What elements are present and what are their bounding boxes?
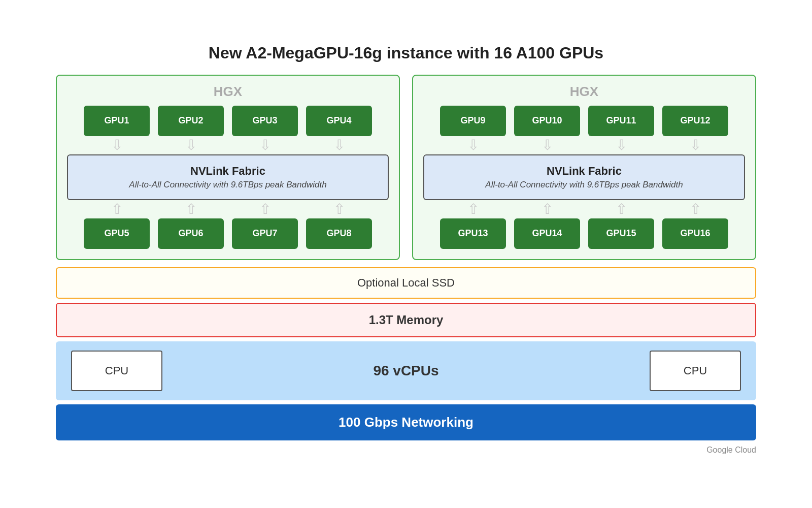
nvlink-right-title: NVLink Fabric	[429, 165, 739, 178]
arrows-down-right: ⇩ ⇩ ⇩ ⇩	[423, 136, 745, 154]
arrow-up-7: ⇧	[588, 201, 654, 217]
arrow-up-4: ⇧	[306, 201, 372, 217]
gpu2: GPU2	[158, 106, 224, 136]
nvlink-left-title: NVLink Fabric	[73, 165, 383, 178]
vcpu-label: 96 vCPUs	[162, 363, 650, 379]
hgx-right-box: HGX GPU9 GPU10 GPU11 GPU12 ⇩ ⇩ ⇩ ⇩ NVLin…	[412, 75, 756, 260]
arrows-up-left: ⇧ ⇧ ⇧ ⇧	[67, 200, 389, 218]
gpu-top-row-left: GPU1 GPU2 GPU3 GPU4	[67, 106, 389, 136]
ssd-row: Optional Local SSD	[56, 267, 756, 299]
hgx-right-label: HGX	[423, 84, 745, 100]
gpu-bottom-row-left: GPU5 GPU6 GPU7 GPU8	[67, 218, 389, 249]
arrow-down-7: ⇩	[588, 137, 654, 153]
gpu4: GPU4	[306, 106, 372, 136]
gpu12: GPU12	[662, 106, 728, 136]
nvlink-left-box: NVLink Fabric All-to-All Connectivity wi…	[67, 154, 389, 200]
gpu-bottom-row-right: GPU13 GPU14 GPU15 GPU16	[423, 218, 745, 249]
google-cloud-branding: Google Cloud	[56, 446, 756, 455]
arrow-up-1: ⇧	[84, 201, 150, 217]
networking-box: 100 Gbps Networking	[56, 404, 756, 440]
gpu7: GPU7	[232, 218, 298, 249]
arrows-up-right: ⇧ ⇧ ⇧ ⇧	[423, 200, 745, 218]
arrow-up-6: ⇧	[514, 201, 580, 217]
gpu13: GPU13	[440, 218, 506, 249]
arrow-up-5: ⇧	[440, 201, 506, 217]
nvlink-left-subtitle: All-to-All Connectivity with 9.6TBps pea…	[73, 180, 383, 190]
main-title: New A2-MegaGPU-16g instance with 16 A100…	[56, 44, 756, 62]
hgx-left-label: HGX	[67, 84, 389, 100]
nvlink-right-box: NVLink Fabric All-to-All Connectivity wi…	[423, 154, 745, 200]
cpu-right-chip: CPU	[650, 351, 741, 391]
arrow-down-8: ⇩	[662, 137, 728, 153]
arrow-up-3: ⇧	[232, 201, 298, 217]
cpu-left-chip: CPU	[71, 351, 162, 391]
gpu10: GPU10	[514, 106, 580, 136]
gpu8: GPU8	[306, 218, 372, 249]
gpu11: GPU11	[588, 106, 654, 136]
cpu-row: CPU 96 vCPUs CPU	[56, 341, 756, 400]
memory-row: 1.3T Memory	[56, 303, 756, 337]
gpu3: GPU3	[232, 106, 298, 136]
networking-row: 100 Gbps Networking	[56, 404, 756, 440]
arrows-down-left: ⇩ ⇩ ⇩ ⇩	[67, 136, 389, 154]
gpu9: GPU9	[440, 106, 506, 136]
gpu6: GPU6	[158, 218, 224, 249]
arrow-down-1: ⇩	[84, 137, 150, 153]
gpu1: GPU1	[84, 106, 150, 136]
hgx-left-box: HGX GPU1 GPU2 GPU3 GPU4 ⇩ ⇩ ⇩ ⇩ NVLink F…	[56, 75, 400, 260]
arrow-up-8: ⇧	[662, 201, 728, 217]
diagram-container: New A2-MegaGPU-16g instance with 16 A100…	[36, 34, 776, 475]
arrow-down-5: ⇩	[440, 137, 506, 153]
arrow-down-4: ⇩	[306, 137, 372, 153]
gpu5: GPU5	[84, 218, 150, 249]
arrow-down-6: ⇩	[514, 137, 580, 153]
ssd-box: Optional Local SSD	[56, 267, 756, 299]
nvlink-right-subtitle: All-to-All Connectivity with 9.6TBps pea…	[429, 180, 739, 190]
gpu16: GPU16	[662, 218, 728, 249]
arrow-down-2: ⇩	[158, 137, 224, 153]
cpu-box: CPU 96 vCPUs CPU	[56, 341, 756, 400]
arrow-up-2: ⇧	[158, 201, 224, 217]
gpu14: GPU14	[514, 218, 580, 249]
arrow-down-3: ⇩	[232, 137, 298, 153]
gpu-top-row-right: GPU9 GPU10 GPU11 GPU12	[423, 106, 745, 136]
gpu15: GPU15	[588, 218, 654, 249]
memory-box: 1.3T Memory	[56, 303, 756, 337]
